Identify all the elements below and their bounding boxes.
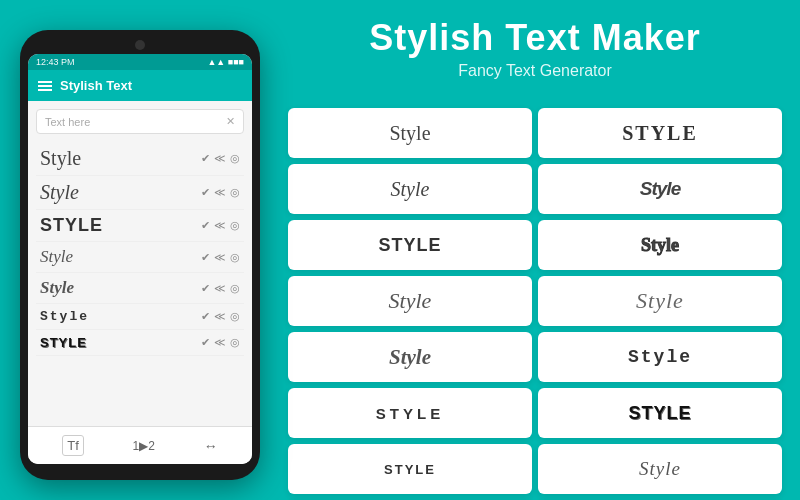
list-item[interactable]: STYLE ✔≪◎ <box>36 210 244 242</box>
bottom-icon-font[interactable]: Tf <box>62 435 84 456</box>
list-text: Style <box>40 335 201 350</box>
phone-toolbar: Stylish Text <box>28 70 252 101</box>
style-card-3[interactable]: Style <box>288 164 532 214</box>
list-icons: ✔≪◎ <box>201 152 240 165</box>
phone-toolbar-title: Stylish Text <box>60 78 132 93</box>
list-text: Style <box>40 147 201 170</box>
list-text: Style <box>40 247 201 267</box>
style-card-4[interactable]: Style <box>538 164 782 214</box>
bottom-icon-swap[interactable]: ↔ <box>204 438 218 454</box>
list-icons: ✔≪◎ <box>201 282 240 295</box>
phone-camera <box>135 40 145 50</box>
style-text: Style <box>389 288 432 314</box>
style-text: Style <box>628 347 692 367</box>
status-time: 12:43 PM <box>36 57 75 67</box>
bottom-icon-convert[interactable]: 1▶2 <box>133 439 155 453</box>
list-text: Style <box>40 181 201 204</box>
style-card-1[interactable]: Style <box>288 108 532 158</box>
style-card-2[interactable]: STYLE <box>538 108 782 158</box>
phone-list: Style ✔≪◎ Style ✔≪◎ STYLE ✔≪◎ Style ✔≪◎ … <box>28 142 252 356</box>
status-icons: ▲▲ ■■■ <box>207 57 244 67</box>
list-icons: ✔≪◎ <box>201 186 240 199</box>
list-item[interactable]: Style ✔≪◎ <box>36 273 244 304</box>
list-icons: ✔≪◎ <box>201 219 240 232</box>
style-card-11[interactable]: STYLE <box>288 388 532 438</box>
style-card-7[interactable]: Style <box>288 276 532 326</box>
style-text: STYLE <box>378 235 441 256</box>
phone-bottom-bar: Tf 1▶2 ↔ <box>28 426 252 464</box>
style-text: Style <box>636 288 684 314</box>
phone-outer: 12:43 PM ▲▲ ■■■ Stylish Text Text here ✕… <box>20 30 260 480</box>
style-card-13[interactable]: STYLE <box>288 444 532 494</box>
list-item[interactable]: Style ✔≪◎ <box>36 330 244 356</box>
style-text: Style <box>641 235 679 256</box>
phone-status-bar: 12:43 PM ▲▲ ■■■ <box>28 54 252 70</box>
list-icons: ✔≪◎ <box>201 251 240 264</box>
header-title: Stylish Text Maker <box>290 18 780 58</box>
search-placeholder: Text here <box>45 116 90 128</box>
style-card-10[interactable]: Style <box>538 332 782 382</box>
phone-mockup: 12:43 PM ▲▲ ■■■ Stylish Text Text here ✕… <box>20 30 260 480</box>
style-text: STYLE <box>384 462 436 477</box>
style-text: STYLE <box>628 403 691 424</box>
list-icons: ✔≪◎ <box>201 336 240 349</box>
hamburger-icon[interactable] <box>38 81 52 91</box>
styles-grid: Style STYLE Style Style STYLE Style Styl… <box>280 100 790 500</box>
style-card-6[interactable]: Style <box>538 220 782 270</box>
phone-search-bar[interactable]: Text here ✕ <box>36 109 244 134</box>
style-text: STYLE <box>376 405 444 422</box>
style-text: Style <box>391 178 430 201</box>
list-text: Style <box>40 278 201 298</box>
header-area: Stylish Text Maker Fancy Text Generator <box>290 18 780 80</box>
style-card-5[interactable]: STYLE <box>288 220 532 270</box>
style-text: STYLE <box>622 122 698 145</box>
list-item[interactable]: Style ✔≪◎ <box>36 242 244 273</box>
style-card-12[interactable]: STYLE <box>538 388 782 438</box>
clear-icon[interactable]: ✕ <box>226 115 235 128</box>
list-icons: ✔≪◎ <box>201 310 240 323</box>
style-text: Style <box>640 178 680 200</box>
style-text: Style <box>639 458 681 480</box>
phone-screen: 12:43 PM ▲▲ ■■■ Stylish Text Text here ✕… <box>28 54 252 464</box>
header-subtitle: Fancy Text Generator <box>290 62 780 80</box>
style-card-14[interactable]: Style <box>538 444 782 494</box>
list-item[interactable]: Style ✔≪◎ <box>36 304 244 330</box>
list-item[interactable]: Style ✔≪◎ <box>36 176 244 210</box>
style-text: Style <box>389 345 431 370</box>
list-text: Style <box>40 309 201 324</box>
style-card-8[interactable]: Style <box>538 276 782 326</box>
style-card-9[interactable]: Style <box>288 332 532 382</box>
style-text: Style <box>389 122 430 145</box>
list-item[interactable]: Style ✔≪◎ <box>36 142 244 176</box>
list-text: STYLE <box>40 215 201 236</box>
